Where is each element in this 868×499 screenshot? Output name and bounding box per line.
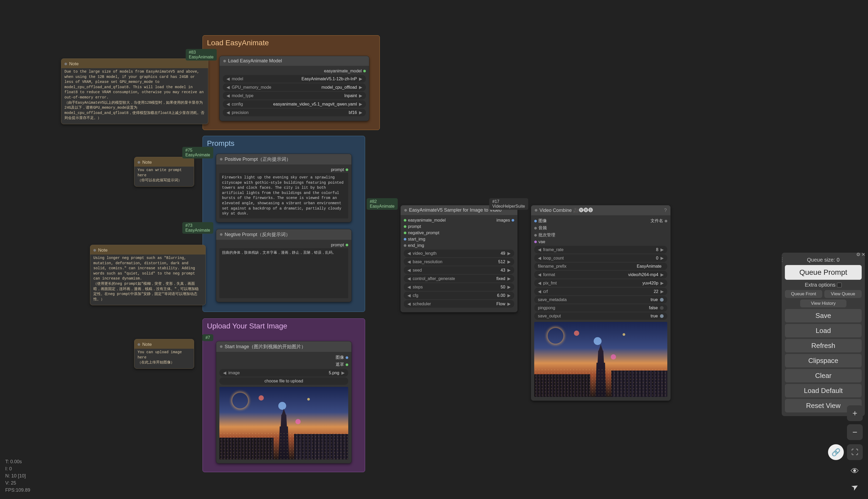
- input-port-icon[interactable]: [404, 244, 406, 247]
- output-port-icon[interactable]: [345, 168, 348, 171]
- param-crf[interactable]: ◀crf22▶: [534, 288, 667, 295]
- param-save-metadata[interactable]: save_metadatatrue: [534, 296, 667, 303]
- param-control-after-generate[interactable]: ◀control_after_generatefixed▶: [404, 275, 514, 282]
- start-image-preview: [219, 387, 348, 460]
- node-title: EasyAnimateV5 Sampler for Image to Video: [409, 207, 502, 213]
- fit-view-button[interactable]: ⛶: [847, 444, 863, 460]
- param-loop-count[interactable]: ◀loop_count0▶: [534, 254, 667, 262]
- zoom-in-button[interactable]: +: [847, 405, 863, 421]
- output-port-icon[interactable]: [345, 356, 348, 359]
- param-precision[interactable]: ◀precisionbf16▶: [223, 109, 366, 116]
- input-port-icon[interactable]: [404, 225, 406, 228]
- node-dot-icon: [223, 60, 226, 62]
- input-port-icon[interactable]: [404, 219, 406, 222]
- note-title-label: Note: [142, 342, 152, 347]
- toggle-icon: [660, 298, 664, 302]
- canvas-stats: T: 0.00s I: 0 N: 10 [10] V: 25 FPS:109.8…: [5, 458, 30, 494]
- output-port-icon[interactable]: [665, 220, 667, 222]
- extra-options-label: Extra options: [805, 282, 836, 288]
- node-canvas[interactable]: Load EasyAnimate Prompts Upload Your Sta…: [0, 0, 868, 499]
- input-port-icon[interactable]: [404, 232, 406, 234]
- upload-file-button[interactable]: choose file to upload: [219, 377, 348, 385]
- output-port-icon[interactable]: [363, 70, 366, 72]
- param-format[interactable]: ◀formatvideo/h264-mp4▶: [534, 271, 667, 278]
- param-model[interactable]: ◀modelEasyAnimateV5.1-12b-zh-InP▶: [223, 75, 366, 83]
- drag-handle-icon[interactable]: ⋮: [780, 256, 785, 263]
- prompt-textarea[interactable]: Fireworks light up the evening sky over …: [219, 173, 348, 218]
- output-port-icon[interactable]: [512, 219, 514, 222]
- param-pingpong[interactable]: pingpongfalse: [534, 304, 667, 312]
- node-tag: #75 EasyAnimate: [182, 147, 213, 158]
- node-dot-icon: [64, 63, 67, 65]
- input-label: vae: [538, 240, 545, 244]
- node-dot-icon: [138, 343, 140, 346]
- close-icon[interactable]: ✕: [861, 252, 865, 257]
- param-pix-fmt[interactable]: ◀pix_fmtyuv420p▶: [534, 279, 667, 287]
- node-dot-icon: [404, 209, 407, 211]
- param-video-length[interactable]: ◀video_length49▶: [404, 250, 514, 257]
- refresh-button[interactable]: Refresh: [785, 339, 862, 352]
- note-neg-prompt-tip[interactable]: Note Using longer neg prompt such as "Bl…: [90, 245, 206, 305]
- save-button[interactable]: Save: [785, 309, 862, 322]
- gear-icon[interactable]: ⚙: [856, 252, 860, 257]
- output-label: 文件名: [651, 218, 663, 224]
- input-port-icon[interactable]: [534, 241, 537, 243]
- param-cfg[interactable]: ◀cfg6.00▶: [404, 292, 514, 299]
- input-label: start_img: [408, 237, 425, 242]
- visibility-button[interactable]: 👁: [847, 463, 863, 479]
- queue-panel[interactable]: ⋮ ⚙ ✕ Queue size:0 Queue Prompt Extra op…: [782, 253, 865, 416]
- note-title-label: Note: [142, 160, 152, 165]
- toggle-icon: [660, 314, 664, 318]
- queue-front-button[interactable]: Queue Front: [785, 290, 822, 298]
- zoom-out-button[interactable]: −: [847, 424, 863, 440]
- param-seed[interactable]: ◀seed43▶: [404, 266, 514, 274]
- param-filename-prefix[interactable]: filename_prefixEasyAnimate: [534, 263, 667, 270]
- input-port-icon[interactable]: [534, 234, 537, 236]
- input-port-icon[interactable]: [404, 238, 406, 241]
- node-tag: #7: [202, 334, 213, 341]
- note-text: Using longer neg prompt such as "Blurrin…: [93, 256, 202, 302]
- view-queue-button[interactable]: View Queue: [824, 290, 862, 298]
- note-title-label: Note: [98, 248, 108, 253]
- load-default-button[interactable]: Load Default: [785, 384, 862, 398]
- send-button[interactable]: ➤: [844, 476, 866, 498]
- node-dot-icon: [93, 249, 96, 252]
- node-title: Video Combine 🎥🅥🅗🅢: [540, 207, 593, 213]
- link-button[interactable]: 🔗: [828, 444, 844, 460]
- extra-options-checkbox[interactable]: [837, 283, 842, 288]
- note-text: You can upload image here （在此上传开始图像）: [138, 350, 191, 365]
- wires-overlay: [0, 0, 79, 39]
- neg-prompt-textarea[interactable]: 扭曲的身体，肢体残缺，文本字幕，漫画，静止，丑陋，错误，乱码。: [219, 248, 348, 298]
- param-image-file[interactable]: ◀image5.png▶: [219, 369, 348, 377]
- param-steps[interactable]: ◀steps50▶: [404, 283, 514, 291]
- input-label: easyanimate_model: [408, 218, 445, 223]
- input-label: end_img: [408, 243, 424, 248]
- param-config[interactable]: ◀configeasyanimate_video_v5.1_magvit_qwe…: [223, 100, 366, 108]
- view-history-button[interactable]: View History: [800, 300, 846, 307]
- input-label: 批次管理: [538, 232, 555, 238]
- node-tag: #83 EasyAnimate: [186, 49, 217, 61]
- load-button[interactable]: Load: [785, 324, 862, 337]
- param-gpu-memory-mode[interactable]: ◀GPU_memory_modemodel_cpu_offload▶: [223, 83, 366, 91]
- clear-button[interactable]: Clear: [785, 369, 862, 382]
- note-upload-image[interactable]: Note You can upload image here （在此上传开始图像…: [134, 339, 194, 369]
- input-port-icon[interactable]: [534, 227, 537, 230]
- queue-prompt-button[interactable]: Queue Prompt: [785, 265, 862, 280]
- output-port-icon[interactable]: [345, 244, 348, 246]
- help-icon[interactable]: ?: [664, 208, 667, 213]
- param-model-type[interactable]: ◀model_typeInpaint▶: [223, 92, 366, 99]
- param-base-resolution[interactable]: ◀base_resolution512▶: [404, 258, 514, 266]
- output-label: prompt: [331, 243, 344, 247]
- param-save-output[interactable]: save_outputtrue: [534, 313, 667, 320]
- input-port-icon[interactable]: [534, 220, 537, 222]
- clipspace-button[interactable]: Clipspace: [785, 354, 862, 367]
- output-port-icon[interactable]: [345, 364, 348, 366]
- note-write-prompt[interactable]: Note You can write prompt here （你可以在此填写提…: [134, 157, 194, 186]
- node-tag: #17 VideoHelperSuite: [489, 198, 528, 210]
- param-frame-rate[interactable]: ◀frame_rate8▶: [534, 246, 667, 254]
- output-label: easyanimate_model: [324, 69, 362, 73]
- note-vram-warning[interactable]: Note Due to the large size of models fro…: [61, 58, 208, 124]
- queue-size-row: Queue size:0: [785, 256, 862, 264]
- param-scheduler[interactable]: ◀schedulerFlow▶: [404, 300, 514, 308]
- node-title: Load EasyAnimate Model: [228, 58, 282, 64]
